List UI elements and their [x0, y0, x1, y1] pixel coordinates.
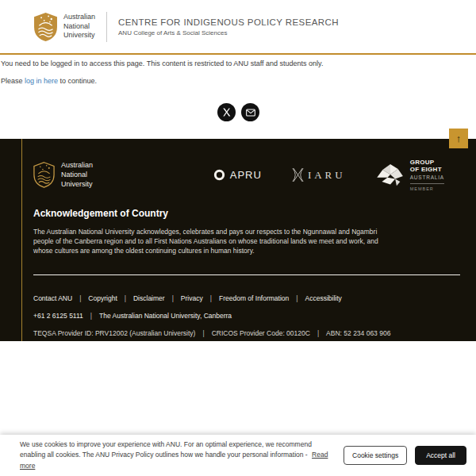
go8-line2: OF EIGHT	[410, 167, 444, 174]
cookie-consent-banner: We use cookies to improve your experienc…	[0, 435, 476, 476]
logo-line: Australian	[63, 13, 95, 22]
partner-logos: APRU IARU	[213, 159, 444, 191]
log-in-here-link[interactable]: log in here	[25, 77, 58, 85]
x-twitter-icon	[222, 108, 231, 117]
footer-links: Contact ANU Copyright Disclaimer Privacy…	[0, 294, 476, 302]
cookie-message-text: We use cookies to improve your experienc…	[20, 440, 312, 459]
footer-anu-wordmark: Australian National University	[61, 161, 93, 189]
go8-member: MEMBER	[410, 183, 444, 191]
footer-link-disclaimer[interactable]: Disclaimer	[133, 294, 181, 302]
share-x-twitter-button[interactable]	[217, 103, 236, 121]
footer-logos-row: Australian National University APRU IAR	[0, 139, 476, 191]
acknowledgement-body: The Australian National University ackno…	[33, 227, 392, 256]
social-share-row	[1, 103, 476, 121]
abn-number: ABN: 52 234 063 906	[326, 329, 390, 337]
iaru-mark-icon	[292, 167, 304, 182]
site-header: Australian National University CENTRE FO…	[0, 0, 476, 55]
site-title-block: CENTRE FOR INDIGENOUS POLICY RESEARCH AN…	[118, 17, 339, 36]
header-divider	[106, 12, 107, 42]
logo-line: National	[61, 171, 93, 180]
iaru-logo[interactable]: IARU	[292, 167, 346, 182]
apru-label: APRU	[230, 169, 262, 181]
anu-crest-outline-icon	[33, 162, 55, 188]
go8-map-icon	[376, 163, 405, 187]
login-prompt-prefix: Please	[1, 77, 25, 85]
page-subtitle: ANU College of Arts & Social Sciences	[118, 29, 339, 36]
go8-country: AUSTRALIA	[410, 175, 444, 180]
restricted-access-message: You need to be logged in to access this …	[1, 60, 476, 67]
main-content: You need to be logged in to access this …	[0, 55, 476, 121]
teqsa-provider-id: TEQSA Provider ID: PRV12002 (Australian …	[33, 329, 212, 337]
anu-crest-icon	[33, 12, 58, 42]
footer-divider	[33, 274, 460, 275]
login-prompt: Please log in here to continue.	[1, 77, 476, 85]
back-to-top-button[interactable]: ↑	[449, 129, 468, 148]
footer-link-accessibility[interactable]: Accessibility	[305, 294, 342, 302]
footer-link-copyright[interactable]: Copyright	[88, 294, 133, 302]
anu-home-logo[interactable]: Australian National University	[33, 12, 95, 42]
group-of-eight-logo[interactable]: GROUP OF EIGHT AUSTRALIA MEMBER	[376, 159, 444, 191]
footer-phone: +61 2 6125 5111	[33, 312, 99, 320]
footer-anu-logo[interactable]: Australian National University	[33, 161, 93, 189]
apru-logo[interactable]: APRU	[213, 169, 262, 181]
login-prompt-suffix: to continue.	[58, 77, 97, 85]
page: Australian National University CENTRE FO…	[0, 0, 476, 476]
footer-legal-row: TEQSA Provider ID: PRV12002 (Australian …	[0, 329, 476, 337]
footer-gold-line	[21, 139, 22, 341]
email-icon	[246, 109, 255, 117]
share-email-button[interactable]	[241, 103, 259, 121]
cookie-message: We use cookies to improve your experienc…	[20, 440, 339, 471]
cricos-provider-code: CRICOS Provider Code: 00120C	[212, 329, 326, 337]
acknowledgement-section: Acknowledgement of Country The Australia…	[0, 208, 476, 256]
page-title[interactable]: CENTRE FOR INDIGENOUS POLICY RESEARCH	[118, 17, 339, 27]
logo-line: National	[63, 22, 95, 32]
cookie-buttons: Cookie settings Accept all	[344, 446, 466, 465]
site-footer: Australian National University APRU IAR	[0, 139, 476, 341]
iaru-label: IARU	[308, 169, 346, 182]
anu-logo-wordmark: Australian National University	[63, 13, 95, 40]
logo-line: University	[61, 180, 93, 190]
footer-contact-row: +61 2 6125 5111 The Australian National …	[0, 312, 476, 320]
apru-ring-icon	[213, 169, 225, 181]
footer-link-contact-anu[interactable]: Contact ANU	[33, 294, 88, 302]
accept-all-button[interactable]: Accept all	[415, 446, 466, 465]
footer-address: The Australian National University, Canb…	[99, 312, 232, 320]
cookie-settings-button[interactable]: Cookie settings	[344, 446, 407, 465]
logo-line: University	[63, 31, 95, 40]
go8-text: GROUP OF EIGHT AUSTRALIA MEMBER	[410, 159, 444, 191]
footer-link-privacy[interactable]: Privacy	[181, 294, 219, 302]
logo-line: Australian	[61, 161, 93, 171]
acknowledgement-title: Acknowledgement of Country	[33, 208, 428, 219]
footer-link-freedom-of-information[interactable]: Freedom of Information	[219, 294, 305, 302]
